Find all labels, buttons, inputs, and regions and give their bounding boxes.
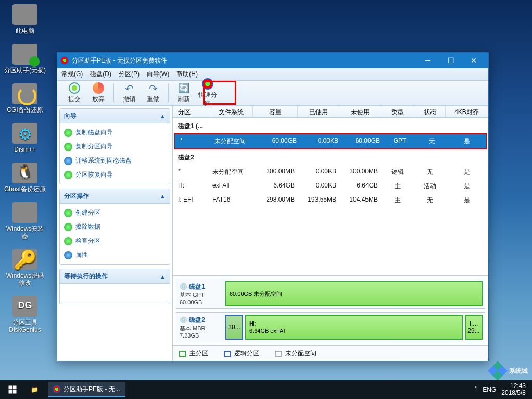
disk2-info: 💿 磁盘2 基本 MBR 7.23GB [176,313,223,342]
disk2-seg2[interactable]: H:6.64GB exFAT [245,315,463,340]
wizard-copy-disk[interactable]: 复制磁盘向导 [60,126,170,140]
diskbar-1[interactable]: 💿 磁盘1 基本 GPT 60.00GB 60.00GB 未分配空间 [176,279,485,309]
wizard-migrate-ssd[interactable]: 迁移系统到固态磁盘 [60,154,170,168]
desktop-icon-ghost[interactable]: Ghost备份还原 [4,163,46,193]
col-status[interactable]: 状态 [414,106,446,117]
menu-general[interactable]: 常规(G) [61,70,83,79]
collapse-button[interactable]: ▲ [160,113,166,119]
collapse-button[interactable]: ▲ [160,273,166,280]
legend-logical-swatch [224,351,231,357]
ghost-icon [12,163,37,183]
tool-refresh[interactable]: 刷新 [172,82,196,104]
disk2-header[interactable]: 磁盘2 [173,149,488,165]
col-used[interactable]: 已使用 [298,106,339,117]
tray-chevron-icon[interactable]: ˄ [474,386,477,393]
check-icon [64,237,72,245]
separator [168,84,169,103]
recover-icon [64,171,72,179]
tool-commit[interactable]: 提交 [62,82,86,104]
key-icon [12,249,37,270]
col-type[interactable]: 类型 [381,106,414,117]
disk-icon [64,129,72,137]
backup-icon [12,83,37,104]
panel-pending-title: 等待执行的操作 [64,272,108,281]
windows-icon [12,202,37,223]
panel-pending: 等待执行的操作▲ [59,269,170,304]
svg-rect-3 [13,390,17,394]
op-properties[interactable]: 属性 [60,248,170,262]
legend-primary-swatch [179,351,186,357]
diskgenius-icon [12,296,37,317]
tool-quick-partition[interactable]: 快速分区 [196,78,220,108]
op-erase-data[interactable]: 擦除数据 [60,220,170,234]
op-create-partition[interactable]: 创建分区 [60,206,170,220]
disk2-row3[interactable]: I: EFIFAT16298.00MB193.55MB104.45MB主无是 [173,193,488,207]
panel-ops: 分区操作▲ 创建分区 擦除数据 检查分区 属性 [59,189,170,265]
close-button[interactable]: ✕ [462,53,485,68]
menu-wizard[interactable]: 向导(W) [147,70,169,79]
partition-icon [12,44,37,65]
disk1-row1[interactable]: *未分配空间60.00GB0.00KB60.00GBGPT无是 [175,134,486,148]
menu-disk[interactable]: 磁盘(D) [90,70,111,79]
partition-icon [64,143,72,151]
menu-partition[interactable]: 分区(P) [119,70,140,79]
col-capacity[interactable]: 容量 [253,106,298,117]
legend-unalloc: 未分配空间 [285,349,316,358]
desktop-icon-diskgenius[interactable]: 分区工具DiskGenius [4,296,46,333]
highlight-row: *未分配空间60.00GB0.00KB60.00GBGPT无是 [174,133,487,149]
disk2-seg3[interactable]: I:...29... [465,315,483,340]
info-icon [64,251,72,259]
tray-ime[interactable]: ENG [483,386,496,393]
wizard-recover-partition[interactable]: 分区恢复向导 [60,168,170,182]
menu-help[interactable]: 帮助(H) [176,70,198,79]
desktop-icon-dism[interactable]: Dism++ [4,123,46,153]
legend-logical: 逻辑分区 [234,349,259,358]
maximize-button[interactable]: ☐ [439,53,462,68]
svg-rect-0 [9,386,12,390]
refresh-icon [178,82,189,94]
tray-clock[interactable]: 12:432018/5/8 [501,383,526,396]
tool-undo[interactable]: 撤销 [117,82,141,104]
op-check-partition[interactable]: 检查分区 [60,234,170,248]
taskbar-task-app[interactable]: 分区助手PE版 - 无... [48,382,125,397]
disk1-header[interactable]: 磁盘1 (... [173,118,488,134]
gear-icon [12,123,37,144]
tool-redo[interactable]: 重做 [141,82,165,104]
wizard-copy-partition[interactable]: 复制分区向导 [60,140,170,154]
windows-icon [8,385,17,394]
desktop-icon-cgi[interactable]: CGI备份还原 [4,83,46,114]
taskbar-explorer[interactable]: 📁 [23,380,46,399]
legend-primary: 主分区 [189,349,208,358]
disk2-row2[interactable]: H:exFAT6.64GB0.00KB6.64GB主活动是 [173,179,488,193]
commit-icon [69,82,80,94]
start-button[interactable] [2,380,23,399]
col-4k[interactable]: 4KB对齐 [446,106,488,117]
diskbar-2[interactable]: 💿 磁盘2 基本 MBR 7.23GB 30... H:6.64GB exFAT… [176,312,485,342]
panel-ops-title: 分区操作 [64,192,89,201]
disk-bars: 💿 磁盘1 基本 GPT 60.00GB 60.00GB 未分配空间 💿 磁盘2… [173,275,488,361]
panel-wizard: 向导▲ 复制磁盘向导 复制分区向导 迁移系统到固态磁盘 分区恢复向导 [59,108,170,184]
undo-icon [123,82,135,94]
system-tray: ˄ ENG 12:432018/5/8 [474,383,530,396]
desktop-icon-win-password[interactable]: Windows密码修改 [4,249,46,286]
desktop-icon-win-installer[interactable]: Windows安装器 [4,202,46,240]
desktop-icon-partition-assistant[interactable]: 分区助手(无损) [4,44,46,74]
disk1-seg-unalloc[interactable]: 60.00GB 未分配空间 [225,281,483,306]
col-free[interactable]: 未使用 [339,106,381,117]
erase-icon [64,223,72,231]
collapse-button[interactable]: ▲ [160,193,166,200]
tool-abort[interactable]: 放弃 [86,82,110,104]
titlebar[interactable]: 分区助手PE版 - 无损分区免费软件 ─ ☐ ✕ [57,53,488,68]
window-title: 分区助手PE版 - 无损分区免费软件 [72,56,416,65]
app-icon [60,56,69,65]
minimize-button[interactable]: ─ [416,53,439,68]
disk2-seg1[interactable]: 30... [225,315,243,340]
app-window: 分区助手PE版 - 无损分区免费软件 ─ ☐ ✕ 常规(G) 磁盘(D) 分区(… [57,52,489,361]
abort-icon [93,82,104,94]
redo-icon [147,82,159,94]
pending-empty [60,284,170,304]
taskbar: 📁 分区助手PE版 - 无... ˄ ENG 12:432018/5/8 [0,380,532,399]
disk2-row1[interactable]: *未分配空间300.00MB0.00KB300.00MB逻辑无是 [173,165,488,179]
desktop-icon-this-pc[interactable]: 此电脑 [4,4,46,34]
quick-partition-icon [202,78,213,90]
